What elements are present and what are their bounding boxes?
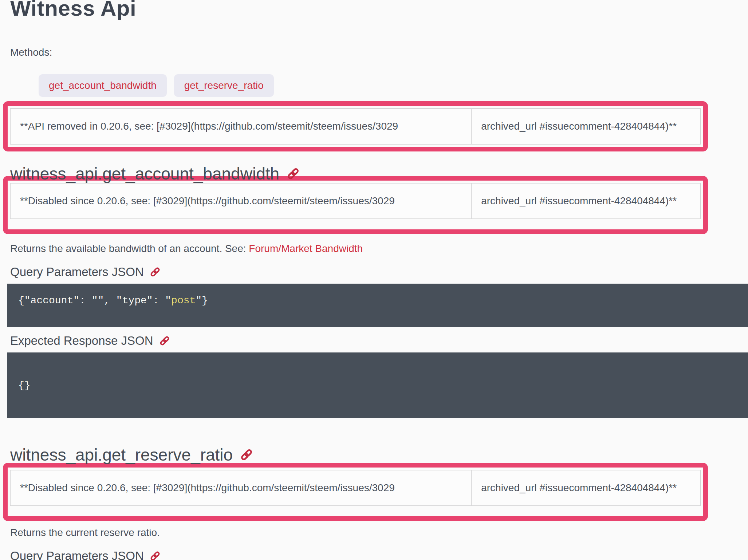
notice-cell-left: **Disabled since 0.20.6, see: [#3029](ht…	[11, 470, 472, 505]
api-removed-notice: **API removed in 0.20.6, see: [#3029](ht…	[3, 101, 708, 151]
page-title: Witness Api	[10, 0, 748, 20]
notice-table: **API removed in 0.20.6, see: [#3029](ht…	[10, 108, 701, 145]
expected-response-heading: Expected Response JSON	[10, 334, 748, 347]
section-heading-get-reserve-ratio: witness_api.get_reserve_ratio	[10, 446, 748, 464]
reserve-description: Returns the current reserve ratio.	[10, 527, 748, 539]
chain-link-icon	[240, 448, 253, 461]
chain-link-icon	[150, 551, 161, 560]
section-heading-text: witness_api.get_account_bandwidth	[10, 165, 279, 183]
method-pill-get-account-bandwidth[interactable]: get_account_bandwidth	[39, 74, 167, 97]
chain-link-icon	[159, 335, 170, 346]
code-text: {}	[18, 379, 31, 391]
anchor-link-icon[interactable]	[150, 551, 161, 560]
query-parameters-heading-text: Query Parameters JSON	[10, 265, 144, 279]
anchor-link-icon[interactable]	[240, 448, 253, 461]
notice-cell-left: **API removed in 0.20.6, see: [#3029](ht…	[11, 109, 472, 144]
disabled-notice-reserve: **Disabled since 0.20.6, see: [#3029](ht…	[3, 463, 708, 521]
notice-cell-left: **Disabled since 0.20.6, see: [#3029](ht…	[11, 184, 472, 218]
bandwidth-description: Returns the available bandwidth of an ac…	[10, 243, 748, 255]
chain-link-icon	[150, 267, 161, 277]
expected-response-code-block: {}	[7, 352, 748, 418]
bandwidth-description-text: Returns the available bandwidth of an ac…	[10, 243, 246, 254]
method-pill-list: get_account_bandwidth get_reserve_ratio	[39, 74, 748, 97]
query-parameters-heading: Query Parameters JSON	[10, 265, 748, 279]
page-content: Witness Api Methods: get_account_bandwid…	[0, 0, 748, 560]
notice-cell-right: archived_url #issuecomment-428404844)**	[472, 109, 700, 144]
forum-market-bandwidth-link[interactable]: Forum/Market Bandwidth	[249, 243, 363, 254]
code-text: {"account": "", "type": "	[18, 295, 171, 306]
disabled-notice-bandwidth: **Disabled since 0.20.6, see: [#3029](ht…	[3, 176, 708, 234]
query-params-code-block: {"account": "", "type": "post"}	[7, 284, 748, 327]
anchor-link-icon[interactable]	[159, 335, 170, 346]
notice-table: **Disabled since 0.20.6, see: [#3029](ht…	[10, 183, 701, 219]
notice-cell-right: archived_url #issuecomment-428404844)**	[472, 470, 700, 505]
notice-cell-right: archived_url #issuecomment-428404844)**	[472, 184, 700, 218]
code-text: "}	[196, 295, 208, 306]
methods-label: Methods:	[10, 47, 748, 58]
notice-table: **Disabled since 0.20.6, see: [#3029](ht…	[10, 470, 701, 506]
anchor-link-icon[interactable]	[287, 167, 300, 180]
anchor-link-icon[interactable]	[150, 267, 161, 277]
chain-link-icon	[287, 167, 300, 180]
code-string-value: post	[171, 295, 196, 306]
section-heading-text: witness_api.get_reserve_ratio	[10, 446, 233, 464]
expected-response-heading-text: Expected Response JSON	[10, 334, 153, 347]
query-parameters-heading-clipped: Query Parameters JSON	[10, 549, 748, 560]
method-pill-get-reserve-ratio[interactable]: get_reserve_ratio	[174, 74, 274, 97]
query-parameters-heading-text: Query Parameters JSON	[10, 549, 144, 560]
